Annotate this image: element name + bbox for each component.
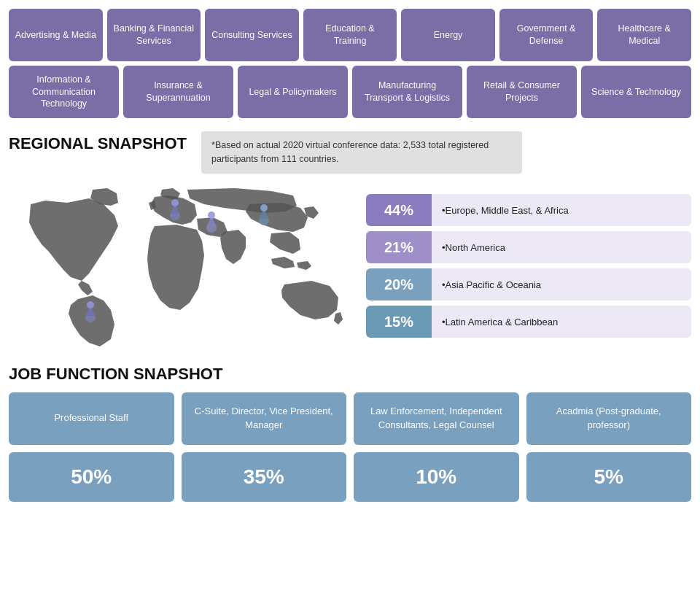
world-map-svg bbox=[9, 182, 359, 350]
industry-grid-row1: Advertising & MediaBanking & Financial S… bbox=[9, 9, 691, 61]
job-pct-tile: 10% bbox=[354, 452, 519, 502]
job-function-grid: Professional StaffC-Suite, Director, Vic… bbox=[9, 392, 691, 502]
stat-row: 15%•Latin America & Caribbean bbox=[366, 306, 691, 338]
job-label-tile: Law Enforcement, Independent Consultants… bbox=[354, 392, 519, 445]
industry-tile: Education & Training bbox=[303, 9, 397, 61]
industry-tile: Consulting Services bbox=[205, 9, 299, 61]
job-label-tile: Acadmia (Post-graduate, professor) bbox=[526, 392, 692, 445]
industry-tile: Legal & Policymakers bbox=[238, 66, 348, 118]
stat-row: 44%•Europe, Middle East, & Africa bbox=[366, 194, 691, 226]
world-map bbox=[9, 182, 359, 350]
stat-region-label: •Europe, Middle East, & Africa bbox=[432, 194, 691, 226]
job-pct-tile: 5% bbox=[526, 452, 692, 502]
regional-stats: 44%•Europe, Middle East, & Africa21%•Nor… bbox=[366, 182, 691, 350]
regional-body: 44%•Europe, Middle East, & Africa21%•Nor… bbox=[9, 182, 691, 350]
industry-tile: Manufacturing Transport & Logistics bbox=[352, 66, 462, 118]
industry-tile: Information & Communication Technology bbox=[9, 66, 119, 118]
svg-point-3 bbox=[87, 301, 94, 309]
job-pct-tile: 35% bbox=[182, 452, 347, 502]
job-label-tile: Professional Staff bbox=[9, 392, 174, 445]
job-label-tile: C-Suite, Director, Vice President, Manag… bbox=[182, 392, 347, 445]
svg-point-9 bbox=[208, 212, 215, 219]
industry-tile: Government & Defense bbox=[499, 9, 594, 61]
stat-percentage: 20% bbox=[366, 268, 432, 300]
industry-tile: Retail & Consumer Projects bbox=[467, 66, 577, 118]
job-pct-tile: 50% bbox=[9, 452, 174, 502]
stat-region-label: •North America bbox=[432, 231, 691, 263]
job-function-title: JOB FUNCTION SNAPSHOT bbox=[9, 365, 691, 384]
regional-title: REGIONAL SNAPSHOT bbox=[9, 134, 187, 153]
regional-note: *Based on actual 2020 virtual conference… bbox=[201, 131, 522, 174]
stat-region-label: •Latin America & Caribbean bbox=[432, 306, 691, 338]
regional-header: REGIONAL SNAPSHOT *Based on actual 2020 … bbox=[9, 131, 691, 174]
industry-tile: Science & Technology bbox=[581, 66, 691, 118]
stat-percentage: 15% bbox=[366, 306, 432, 338]
stat-percentage: 44% bbox=[366, 194, 432, 226]
stat-row: 20%•Asia Pacific & Oceania bbox=[366, 268, 691, 300]
stat-row: 21%•North America bbox=[366, 231, 691, 263]
stat-percentage: 21% bbox=[366, 231, 432, 263]
industry-tile: Banking & Financial Services bbox=[107, 9, 201, 61]
svg-point-6 bbox=[171, 199, 179, 206]
industry-tile: Insurance & Superannuation bbox=[123, 66, 233, 118]
industry-tile: Energy bbox=[401, 9, 495, 61]
industry-grid-row2: Information & Communication TechnologyIn… bbox=[9, 66, 691, 118]
industry-tile: Advertising & Media bbox=[9, 9, 103, 61]
svg-point-12 bbox=[260, 204, 268, 212]
stat-region-label: •Asia Pacific & Oceania bbox=[432, 268, 691, 300]
industry-tile: Healthcare & Medical bbox=[597, 9, 691, 61]
